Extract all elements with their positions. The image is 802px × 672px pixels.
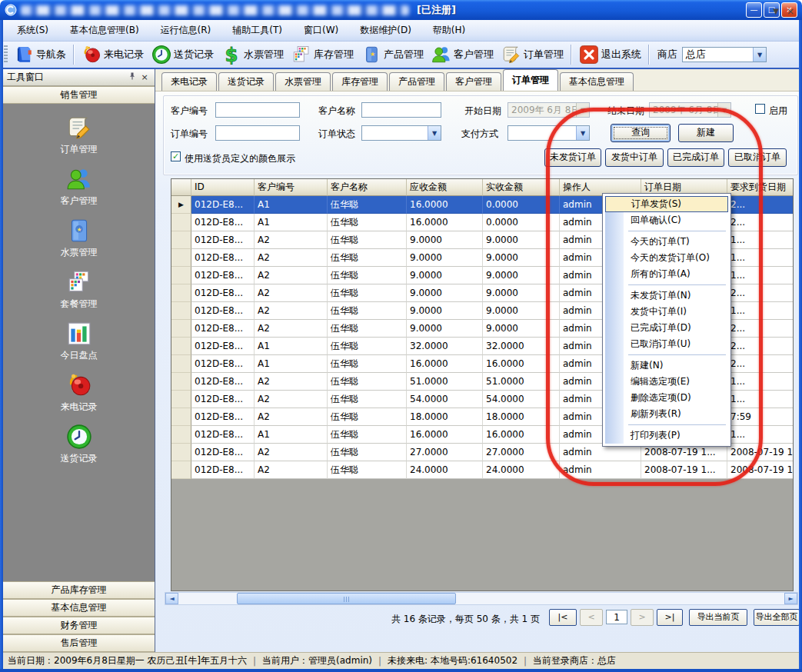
table-cell[interactable]: 012D-E8... <box>191 338 255 355</box>
sidebar-item-customers[interactable]: 客户管理 <box>61 166 98 208</box>
table-cell[interactable]: 2... <box>727 320 794 338</box>
export-current-page-button[interactable]: 导出当前页 <box>689 609 747 626</box>
table-cell[interactable]: 16.0000 <box>483 355 560 373</box>
table-cell[interactable]: 012D-E8... <box>191 196 255 214</box>
toolbar-button-customers[interactable]: 客户管理 <box>428 43 498 66</box>
tab-来电记录[interactable]: 来电记录 <box>161 72 217 91</box>
pin-icon[interactable] <box>126 72 138 84</box>
context-menu-item[interactable]: 打印列表(P) <box>605 427 728 444</box>
table-cell[interactable]: A2 <box>255 391 328 408</box>
context-menu-item[interactable]: 今天的发货订单(O) <box>605 250 728 266</box>
table-cell[interactable]: 51.0000 <box>483 373 560 391</box>
toolbar-button-grid[interactable]: 库存管理 <box>288 43 358 66</box>
table-cell[interactable]: 伍华聪 <box>328 391 407 408</box>
order-status-combobox[interactable]: ▼ <box>361 125 441 141</box>
table-cell[interactable]: 012D-E8... <box>191 214 255 231</box>
table-cell[interactable]: 伍华聪 <box>328 408 407 426</box>
table-cell[interactable]: 1... <box>727 391 794 408</box>
scroll-right-icon[interactable]: ► <box>784 593 797 604</box>
menu-item[interactable]: 运行信息(R) <box>150 20 222 41</box>
grid-corner-cell[interactable] <box>171 179 191 196</box>
context-menu-item[interactable]: 未发货订单(N) <box>605 288 728 304</box>
first-page-button[interactable]: |< <box>549 609 577 626</box>
grid-column-header[interactable]: ID <box>191 179 255 196</box>
chevron-down-icon[interactable]: ▼ <box>428 126 441 140</box>
table-cell[interactable]: 9.0000 <box>407 267 483 284</box>
context-menu-item[interactable]: 今天的订单(T) <box>605 234 728 250</box>
table-cell[interactable]: 9.0000 <box>407 249 483 267</box>
table-cell[interactable]: 2008-07-19 1... <box>727 444 794 461</box>
scrollbar-thumb[interactable] <box>237 593 456 604</box>
table-cell[interactable]: 9.0000 <box>483 320 560 338</box>
toolbar-button-product[interactable]: ★产品管理 <box>358 43 428 66</box>
table-cell[interactable]: 2008-07-19 1... <box>727 461 794 479</box>
toolbar-button-dollar[interactable]: $水票管理 <box>218 43 288 66</box>
color-checkbox[interactable]: ✓ <box>171 151 181 161</box>
menu-item[interactable]: 数据维护(D) <box>349 20 422 41</box>
order-no-input[interactable] <box>215 125 300 141</box>
table-cell[interactable]: 24.0000 <box>407 461 483 479</box>
tab-水票管理[interactable]: 水票管理 <box>275 72 331 91</box>
table-cell[interactable]: 伍华聪 <box>328 373 407 391</box>
menu-item[interactable]: 辅助工具(T) <box>221 20 293 41</box>
chevron-down-icon[interactable]: ▼ <box>753 48 766 62</box>
table-cell[interactable]: 伍华聪 <box>328 284 407 302</box>
table-cell[interactable]: 1... <box>727 373 794 391</box>
table-cell[interactable]: 32.0000 <box>483 338 560 355</box>
table-cell[interactable]: 伍华聪 <box>328 461 407 479</box>
table-cell[interactable]: 伍华聪 <box>328 267 407 284</box>
table-cell[interactable]: A2 <box>255 408 328 426</box>
table-cell[interactable]: 012D-E8... <box>191 320 255 338</box>
tab-产品管理[interactable]: 产品管理 <box>389 72 444 91</box>
table-cell[interactable]: A2 <box>255 320 328 338</box>
table-cell[interactable]: 2... <box>727 355 794 373</box>
menu-item[interactable]: 窗口(W) <box>293 20 349 41</box>
table-cell[interactable]: A1 <box>255 338 328 355</box>
page-number-input[interactable] <box>606 610 627 624</box>
table-cell[interactable]: 2... <box>727 338 794 355</box>
next-page-button[interactable]: > <box>631 609 654 626</box>
table-cell[interactable]: A2 <box>255 444 328 461</box>
toolbar-grip[interactable] <box>4 45 8 64</box>
table-cell[interactable]: A2 <box>255 231 328 249</box>
sidebar-group[interactable]: 财务管理 <box>3 617 155 634</box>
sidebar-item-bell[interactable]: 来电记录 <box>61 372 98 414</box>
status-filter-button[interactable]: 未发货订单 <box>544 148 601 167</box>
last-page-button[interactable]: >| <box>657 609 683 626</box>
table-cell[interactable]: 2... <box>727 284 794 302</box>
tab-订单管理[interactable]: 订单管理 <box>503 69 558 91</box>
chevron-down-icon[interactable]: ▼ <box>576 126 589 140</box>
table-cell[interactable]: 18.0000 <box>483 408 560 426</box>
context-menu-item[interactable]: 订单发货(S) <box>605 196 728 212</box>
table-cell[interactable]: 1... <box>727 267 794 284</box>
table-cell[interactable]: A2 <box>255 284 328 302</box>
table-cell[interactable]: admin <box>560 461 641 479</box>
table-cell[interactable]: 012D-E8... <box>191 391 255 408</box>
table-cell[interactable]: A2 <box>255 302 328 320</box>
table-cell[interactable]: 1... <box>727 426 794 444</box>
sidebar-group[interactable]: 产品库存管理 <box>3 581 155 599</box>
table-cell[interactable]: 伍华聪 <box>328 196 407 214</box>
customer-name-input[interactable] <box>361 102 441 118</box>
table-cell[interactable]: 012D-E8... <box>191 426 255 444</box>
table-cell[interactable]: 16.0000 <box>407 426 483 444</box>
table-cell[interactable]: 9.0000 <box>483 267 560 284</box>
enable-checkbox[interactable] <box>755 104 765 114</box>
menu-item[interactable]: 基本信息管理(B) <box>59 20 150 41</box>
context-menu-item[interactable]: 已完成订单(D) <box>605 320 728 336</box>
chevron-down-icon[interactable]: ▼ <box>773 6 779 17</box>
table-row[interactable]: 012D-E8...A2伍华聪24.000024.0000admin2008-0… <box>171 461 793 479</box>
minimize-button[interactable]: — <box>746 2 762 18</box>
table-cell[interactable]: 54.0000 <box>483 391 560 408</box>
table-cell[interactable]: 伍华聪 <box>328 302 407 320</box>
table-cell[interactable]: 9.0000 <box>483 249 560 267</box>
table-cell[interactable]: 9.0000 <box>407 231 483 249</box>
table-cell[interactable]: 伍华聪 <box>328 426 407 444</box>
table-cell[interactable]: 7:59 <box>727 408 794 426</box>
table-cell[interactable]: 2... <box>727 196 794 214</box>
context-menu-item[interactable]: 所有的订单(A) <box>605 266 728 282</box>
menu-item[interactable]: 系统(S) <box>6 20 59 41</box>
pay-method-combobox[interactable]: ▼ <box>507 125 590 141</box>
table-cell[interactable]: 18.0000 <box>407 408 483 426</box>
toolbar-button-clock[interactable]: 送货记录 <box>148 43 218 66</box>
